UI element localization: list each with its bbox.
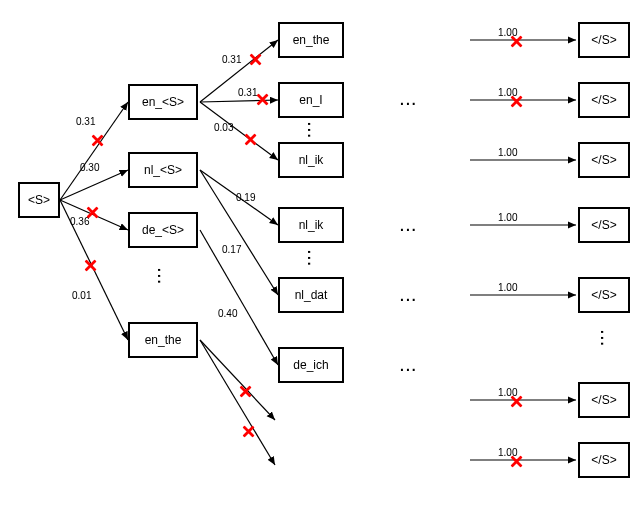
node-en-the-l1: en_the bbox=[128, 322, 198, 358]
node-en-s-label: en_<S> bbox=[142, 95, 184, 109]
prob-en-nlik: 0.03 bbox=[214, 122, 233, 133]
node-nl-s-label: nl_<S> bbox=[144, 163, 182, 177]
node-en-i: en_I bbox=[278, 82, 344, 118]
ellipsis-l2b: ... bbox=[305, 250, 321, 268]
prune-icon: ✕ bbox=[85, 202, 100, 224]
terminal-6: </S> bbox=[578, 442, 630, 478]
terminal-4-label: </S> bbox=[591, 288, 616, 302]
node-en-the: en_the bbox=[278, 22, 344, 58]
prob-de-deich: 0.40 bbox=[218, 308, 237, 319]
prob-en-enthe: 0.31 bbox=[222, 54, 241, 65]
node-nl-s: nl_<S> bbox=[128, 152, 198, 188]
node-nl-ik-a-label: nl_ik bbox=[299, 153, 324, 167]
terminal-0: </S> bbox=[578, 22, 630, 58]
terminal-3-label: </S> bbox=[591, 218, 616, 232]
prune-icon: ✕ bbox=[243, 129, 258, 151]
ellipsis-mid-4: ... bbox=[400, 358, 418, 374]
prune-icon: ✕ bbox=[248, 49, 263, 71]
prob-term-2: 1.00 bbox=[498, 147, 517, 158]
node-nl-dat: nl_dat bbox=[278, 277, 344, 313]
prune-icon: ✕ bbox=[83, 255, 98, 277]
ellipsis-mid-2: ... bbox=[400, 218, 418, 234]
node-nl-ik-b: nl_ik bbox=[278, 207, 344, 243]
prob-term-3: 1.00 bbox=[498, 212, 517, 223]
prob-root-enthe: 0.01 bbox=[72, 290, 91, 301]
terminal-5-label: </S> bbox=[591, 393, 616, 407]
prob-term-4: 1.00 bbox=[498, 282, 517, 293]
terminal-0-label: </S> bbox=[591, 33, 616, 47]
node-de-s: de_<S> bbox=[128, 212, 198, 248]
prune-icon: ✕ bbox=[509, 91, 524, 113]
node-en-i-label: en_I bbox=[299, 93, 322, 107]
ellipsis-l2a: ... bbox=[305, 122, 321, 140]
svg-line-1 bbox=[60, 170, 128, 200]
node-de-ich: de_ich bbox=[278, 347, 344, 383]
node-nl-ik-a: nl_ik bbox=[278, 142, 344, 178]
prune-icon: ✕ bbox=[90, 130, 105, 152]
prob-root-nl: 0.30 bbox=[80, 162, 99, 173]
prob-root-en: 0.31 bbox=[76, 116, 95, 127]
node-nl-dat-label: nl_dat bbox=[295, 288, 328, 302]
prune-icon: ✕ bbox=[509, 451, 524, 473]
node-nl-ik-b-label: nl_ik bbox=[299, 218, 324, 232]
prune-icon: ✕ bbox=[509, 31, 524, 53]
prune-icon: ✕ bbox=[238, 381, 253, 403]
prob-nl-nldat: 0.17 bbox=[222, 244, 241, 255]
ellipsis-l1: ... bbox=[155, 268, 171, 286]
terminal-2: </S> bbox=[578, 142, 630, 178]
terminal-2-label: </S> bbox=[591, 153, 616, 167]
terminal-6-label: </S> bbox=[591, 453, 616, 467]
root-label: <S> bbox=[28, 193, 50, 207]
prune-icon: ✕ bbox=[509, 391, 524, 413]
node-en-s: en_<S> bbox=[128, 84, 198, 120]
terminal-5: </S> bbox=[578, 382, 630, 418]
terminal-1-label: </S> bbox=[591, 93, 616, 107]
terminal-4: </S> bbox=[578, 277, 630, 313]
root-node: <S> bbox=[18, 182, 60, 218]
ellipsis-mid-1: ... bbox=[400, 92, 418, 108]
terminal-1: </S> bbox=[578, 82, 630, 118]
node-de-ich-label: de_ich bbox=[293, 358, 328, 372]
node-en-the-l1-label: en_the bbox=[145, 333, 182, 347]
svg-line-8 bbox=[200, 170, 278, 295]
ellipsis-mid-3: ... bbox=[400, 288, 418, 304]
node-de-s-label: de_<S> bbox=[142, 223, 184, 237]
terminal-3: </S> bbox=[578, 207, 630, 243]
svg-line-10 bbox=[200, 340, 275, 420]
prune-icon: ✕ bbox=[241, 421, 256, 443]
prob-nl-nlik: 0.19 bbox=[236, 192, 255, 203]
ellipsis-term: ... bbox=[598, 330, 614, 348]
prune-icon: ✕ bbox=[255, 89, 270, 111]
node-en-the-label: en_the bbox=[293, 33, 330, 47]
